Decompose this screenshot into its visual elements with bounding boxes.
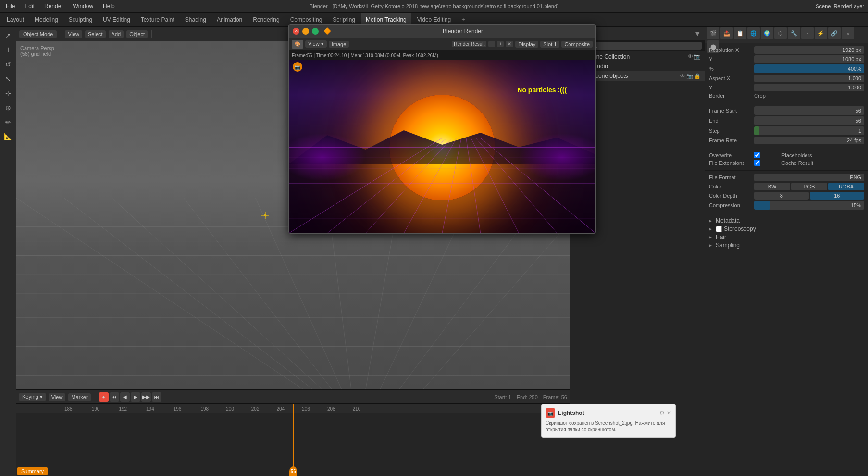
render-toolbar-x[interactable]: ✕: [506, 41, 513, 47]
playback-controls: ● ⏮ ◀ ▶ ▶▶ ⏭: [99, 392, 161, 402]
props-tab-physics[interactable]: ⚡: [815, 27, 827, 39]
tab-animation[interactable]: Animation: [212, 13, 247, 26]
f-label[interactable]: F: [488, 41, 495, 47]
restrict-icon-objects[interactable]: 🔒: [694, 73, 701, 79]
sampling-row[interactable]: ▸ Sampling: [709, 242, 864, 249]
object-menu[interactable]: Object: [126, 30, 148, 38]
display-btn[interactable]: Display: [515, 41, 538, 48]
tool-scale[interactable]: ⤡: [1, 72, 15, 86]
metadata-row[interactable]: ▸ Metadata: [709, 217, 864, 224]
render-icon-objects[interactable]: 📷: [686, 73, 693, 79]
render-image-btn[interactable]: Image: [329, 41, 349, 48]
menu-items: File Edit Render Window Help: [4, 2, 117, 11]
compression-bar[interactable]: 15%: [754, 201, 864, 210]
aspect-x-value[interactable]: 1.000: [754, 75, 864, 82]
tab-texture-paint[interactable]: Texture Paint: [136, 13, 179, 26]
tab-rendering[interactable]: Rendering: [248, 13, 284, 26]
props-tab-modifiers[interactable]: 🔧: [788, 27, 800, 39]
props-tab-scene[interactable]: 🌐: [747, 27, 760, 39]
res-y-value[interactable]: 1080 px: [754, 55, 864, 63]
frame-rate-value[interactable]: 24 fps: [754, 137, 864, 144]
color-rgba-btn[interactable]: RGBA: [828, 183, 864, 190]
render-icon-scene[interactable]: 📷: [694, 53, 701, 60]
res-x-value[interactable]: 1920 px: [754, 46, 864, 54]
object-mode-btn[interactable]: Object Mode: [19, 30, 57, 38]
props-tab-particles[interactable]: ·: [801, 27, 814, 39]
plus-btn[interactable]: +: [497, 41, 504, 47]
renderlayer-label: RenderLayer: [833, 3, 864, 9]
depth-8-btn[interactable]: 8: [754, 192, 809, 200]
stereoscopy-checkbox[interactable]: [716, 226, 722, 232]
percent-bar[interactable]: 400%: [754, 64, 864, 73]
render-maximize-btn[interactable]: [312, 28, 319, 35]
tool-transform[interactable]: ⊹: [1, 87, 15, 100]
tool-rotate[interactable]: ↺: [1, 58, 15, 71]
frame-start-bar[interactable]: 56: [754, 106, 864, 115]
menu-edit[interactable]: Edit: [23, 2, 37, 11]
props-tabs: 🎬 📤 📋 🌐 🌍 ⬡ 🔧 · ⚡ 🔗 ⬦ ⬤: [705, 27, 868, 43]
color-buttons: BW RGB RGBA: [754, 183, 864, 190]
depth-16-btn[interactable]: 16: [810, 192, 865, 200]
file-format-value[interactable]: PNG: [754, 174, 864, 181]
add-menu[interactable]: Add: [109, 30, 124, 38]
frame-end-bar[interactable]: 56: [754, 116, 864, 125]
hair-row[interactable]: ▸ Hair: [709, 234, 864, 240]
slot-btn[interactable]: Slot 1: [540, 41, 559, 48]
timeline-view-btn[interactable]: View: [49, 393, 66, 401]
hair-chevron: ▸: [709, 234, 712, 240]
frame-num-192: 192: [119, 406, 127, 412]
lightshot-close-btn[interactable]: ✕: [667, 410, 671, 416]
jump-start-btn[interactable]: ⏮: [110, 392, 119, 402]
render-view-btn[interactable]: View ▾: [305, 40, 327, 48]
tool-measure[interactable]: 📐: [1, 130, 15, 143]
prev-frame-btn[interactable]: ◀: [120, 392, 130, 402]
tool-annotate[interactable]: ✏: [1, 115, 15, 129]
render-close-btn[interactable]: ✕: [293, 28, 299, 35]
filter-icon[interactable]: ▼: [694, 30, 701, 38]
record-btn[interactable]: ●: [99, 392, 109, 402]
res-y-label: Y: [709, 56, 752, 62]
color-rgb-btn[interactable]: RGB: [791, 183, 827, 190]
tab-uv-editing[interactable]: UV Editing: [98, 13, 135, 26]
menu-window[interactable]: Window: [71, 2, 95, 11]
composite-btn[interactable]: Composite: [561, 41, 593, 48]
select-menu[interactable]: Select: [85, 30, 106, 38]
props-tab-constraints[interactable]: 🔗: [828, 27, 841, 39]
keying-btn[interactable]: Keying ▾: [19, 393, 46, 401]
tool-select[interactable]: ↗: [1, 29, 15, 42]
tab-modeling[interactable]: Modeling: [30, 13, 63, 26]
props-tab-output[interactable]: 📤: [720, 27, 733, 39]
menu-render[interactable]: Render: [42, 2, 65, 11]
tool-move[interactable]: ✛: [1, 43, 15, 57]
timeline-content[interactable]: 188 190 192 194 196 198 200 202 204 206 …: [16, 404, 570, 476]
view-menu[interactable]: View: [65, 30, 82, 38]
props-tab-object[interactable]: ⬡: [774, 27, 787, 39]
props-tab-view-layer[interactable]: 📋: [734, 27, 746, 39]
tab-sculpting[interactable]: Sculpting: [64, 13, 97, 26]
render-minimize-btn[interactable]: [302, 28, 309, 35]
props-tab-data[interactable]: ⬦: [842, 27, 854, 39]
render-result-label[interactable]: Render Result: [452, 41, 486, 47]
compression-value: 15%: [851, 202, 861, 208]
overwrite-checkbox[interactable]: [754, 152, 760, 158]
lightshot-settings-icon[interactable]: ⚙: [659, 410, 665, 416]
tool-cursor[interactable]: ⊕: [1, 101, 15, 114]
menu-help[interactable]: Help: [101, 2, 117, 11]
jump-end-btn[interactable]: ⏭: [152, 392, 161, 402]
props-tab-world[interactable]: 🌍: [761, 27, 773, 39]
marker-btn[interactable]: Marker: [68, 393, 90, 401]
aspect-y-value[interactable]: 1.000: [754, 84, 864, 91]
eye-icon-scene[interactable]: 👁: [688, 53, 693, 60]
next-frame-btn[interactable]: ▶▶: [141, 392, 151, 402]
props-tab-render[interactable]: 🎬: [707, 27, 719, 39]
tab-shading[interactable]: Shading: [180, 13, 211, 26]
eye-icon-objects[interactable]: 👁: [680, 73, 685, 79]
color-bw-btn[interactable]: BW: [754, 183, 790, 190]
frame-step-bar[interactable]: 1: [754, 126, 864, 135]
play-btn[interactable]: ▶: [131, 392, 140, 402]
menu-file[interactable]: File: [4, 2, 17, 11]
tab-layout[interactable]: Layout: [2, 13, 29, 26]
stereoscopy-row[interactable]: ▸ Stereoscopy: [709, 225, 864, 232]
frame-num-200: 200: [226, 406, 234, 412]
file-ext-checkbox[interactable]: [754, 160, 760, 166]
